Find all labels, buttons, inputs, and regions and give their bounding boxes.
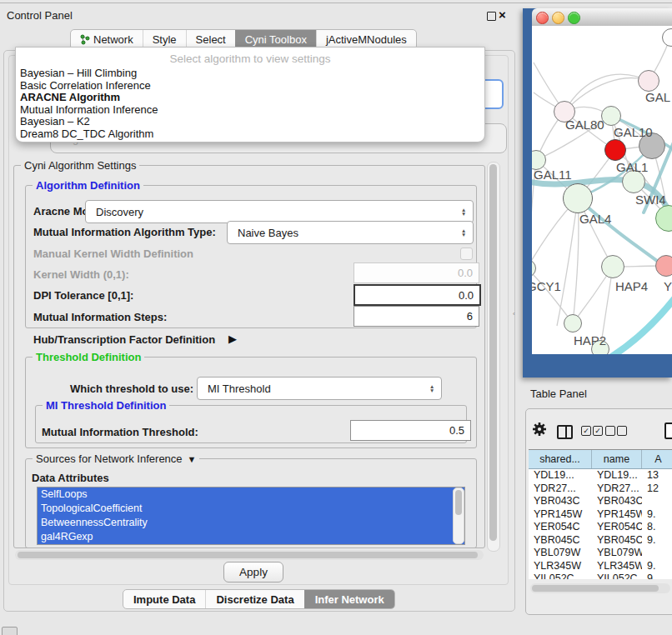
settings-vertical-scrollbar[interactable] <box>487 162 500 552</box>
dropdown-item[interactable]: Bayesian – Hill Climbing <box>16 68 484 80</box>
expand-right-icon[interactable]: ▶ <box>228 332 237 345</box>
table-row[interactable]: YBL079WYBL079W <box>529 547 672 560</box>
group-title: Cyni Algorithm Settings <box>21 159 139 172</box>
tab-infer-network[interactable]: Infer Network <box>304 590 394 608</box>
tab-discretize-data[interactable]: Discretize Data <box>205 590 303 608</box>
tab-label: Network <box>93 33 133 46</box>
table-panel-title: Table Panel <box>530 388 587 400</box>
node-attribute-table[interactable]: shared... name A YDL19...YDL19...13 YDR2… <box>529 449 672 579</box>
zoom-window-icon[interactable] <box>568 12 580 24</box>
node-label: HAP4 <box>615 279 648 293</box>
network-node-gal[interactable] <box>638 70 659 92</box>
window-top-divider <box>0 2 672 3</box>
column-header[interactable]: A <box>642 450 672 468</box>
dropdown-item-selected[interactable]: ARACNE Algorithm <box>16 92 484 104</box>
spinner-arrows-icon: ▴▾ <box>462 208 465 216</box>
mi-type-label: Mutual Information Algorithm Type: <box>33 226 216 238</box>
group-title: Threshold Definition <box>33 351 144 363</box>
settings-horizontal-scrollbar[interactable] <box>15 550 484 560</box>
tab-label: Cyni Toolbox <box>245 33 307 46</box>
tab-label: Select <box>196 33 226 46</box>
tab-label: Impute Data <box>133 593 195 606</box>
network-canvas[interactable]: GAL GAL80 GAL10 GAL1 GAL11 SWI4 GAL4 GCY… <box>532 26 672 354</box>
which-threshold-label: Which threshold to use: <box>70 382 193 395</box>
node-label: GCY1 <box>532 279 561 293</box>
table-row[interactable]: YER054CYER054C8. <box>529 521 672 534</box>
group-title: Algorithm Definition <box>33 179 143 192</box>
dropdown-item[interactable]: Bayesian – K2 <box>16 116 484 128</box>
list-item[interactable]: gal4RGexp <box>38 530 464 544</box>
list-item[interactable]: BetweennessCentrality <box>38 516 464 530</box>
table-row[interactable]: YLR345WYLR345W9. <box>529 560 672 573</box>
apply-button[interactable]: Apply <box>223 562 283 582</box>
table-horizontal-scrollbar[interactable] <box>530 583 670 593</box>
dropdown-item[interactable]: Dream8 DC_TDC Algorithm <box>16 128 484 141</box>
network-node-gal4[interactable] <box>563 183 593 213</box>
network-node-hap2[interactable] <box>564 314 582 332</box>
manual-kernel-checkbox[interactable] <box>460 248 473 260</box>
table-row[interactable]: YPR145WYPR145W9. <box>529 508 672 522</box>
scrollbar-thumb[interactable] <box>489 164 497 541</box>
which-threshold-combo[interactable]: MI Threshold ▴▾ <box>197 377 442 400</box>
collapse-down-icon[interactable]: ▼ <box>188 454 197 464</box>
network-window-titlebar[interactable] <box>532 8 672 27</box>
scrollbar-thumb[interactable] <box>455 490 462 515</box>
table-row[interactable]: YDL19...YDL19...13 <box>529 469 672 482</box>
network-node-salmon[interactable] <box>655 255 672 277</box>
spinner-arrows-icon: ▴▾ <box>430 384 434 392</box>
control-panel-title: Control Panel <box>7 9 73 22</box>
node-label: GAL <box>645 90 670 104</box>
splitter-handle[interactable]: ‹ <box>513 310 515 318</box>
dpi-tolerance-field[interactable]: 0.0 <box>354 284 481 306</box>
combo-value: Discovery <box>86 206 462 218</box>
dropdown-item[interactable]: Mutual Information Inference <box>16 104 484 117</box>
kernel-width-field: 0.0 <box>354 262 479 283</box>
mi-steps-label: Mutual Information Steps: <box>33 311 167 323</box>
table-row[interactable]: YBR045CYBR045C9. <box>529 534 672 548</box>
data-attributes-label: Data Attributes <box>32 472 109 484</box>
float-panel-icon[interactable] <box>487 12 496 21</box>
group-title: MI Threshold Definition <box>43 399 169 412</box>
table-row[interactable]: YBR043CYBR043C <box>529 495 672 508</box>
close-icon[interactable]: × <box>499 8 506 22</box>
columns-icon[interactable] <box>557 425 573 439</box>
aracne-mode-combo[interactable]: Discovery ▴▾ <box>85 200 474 223</box>
document-icon[interactable] <box>664 422 672 439</box>
data-attributes-list[interactable]: SelfLoops TopologicalCoefficient Between… <box>37 487 465 545</box>
corner-widget-icon[interactable] <box>2 627 18 635</box>
network-view-window[interactable]: GAL GAL80 GAL10 GAL1 GAL11 SWI4 GAL4 GCY… <box>523 8 672 378</box>
node-label: GAL10 <box>614 125 653 139</box>
close-window-icon[interactable] <box>536 12 549 24</box>
tab-label: Style <box>153 33 177 46</box>
column-header[interactable]: name <box>592 450 642 468</box>
node-label: GAL80 <box>565 118 604 132</box>
minimize-window-icon[interactable] <box>552 12 564 24</box>
mi-threshold-field[interactable]: 0.5 <box>350 420 471 441</box>
column-header[interactable]: shared... <box>529 450 592 468</box>
dropdown-placeholder: Select algorithm to view settings <box>16 52 484 65</box>
scrollbar-thumb[interactable] <box>532 585 659 592</box>
gear-icon[interactable] <box>532 422 547 440</box>
mi-steps-field[interactable]: 6 <box>354 306 479 327</box>
node-label: GAL1 <box>616 160 648 174</box>
list-item[interactable]: SelfLoops <box>38 488 464 502</box>
dropdown-item[interactable]: Basic Correlation Inference <box>16 80 484 92</box>
scrollbar-thumb[interactable] <box>18 552 478 558</box>
attributes-list-scrollbar[interactable] <box>453 488 464 544</box>
checked-pair-icon[interactable]: ✓✓ <box>581 426 603 436</box>
combo-value: MI Threshold <box>198 382 430 395</box>
network-node-gal1[interactable] <box>604 139 626 161</box>
network-node-hap4[interactable] <box>601 255 624 278</box>
table-row[interactable]: YIL052CYIL052C9 <box>529 572 672 579</box>
mi-type-combo[interactable]: Naive Bayes ▴▾ <box>227 221 474 244</box>
tab-label: Discretize Data <box>216 593 293 606</box>
list-item[interactable]: TopologicalCoefficient <box>38 502 464 516</box>
mi-threshold-label: Mutual Information Threshold: <box>42 426 198 438</box>
combo-value: Naive Bayes <box>228 227 462 239</box>
algorithm-dropdown-popup: Select algorithm to view settings Bayesi… <box>15 47 485 142</box>
hub-definition-label: Hub/Transcription Factor Definition <box>33 333 215 346</box>
unchecked-pair-icon[interactable] <box>605 426 627 436</box>
table-row[interactable]: YDR27...YDR27...12 <box>529 482 672 496</box>
tab-impute-data[interactable]: Impute Data <box>123 590 205 608</box>
tab-label: jActiveMNodules <box>326 33 407 46</box>
